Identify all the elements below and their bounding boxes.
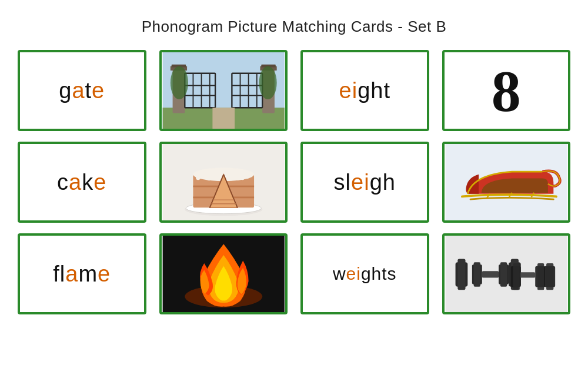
letter-a: a	[72, 78, 85, 103]
letter-i: i	[352, 78, 358, 103]
letter-t: t	[85, 78, 92, 103]
letter-a3: a	[65, 262, 78, 287]
card-gate-word: gate	[18, 50, 146, 131]
letter-ei: ei	[351, 170, 370, 195]
card-flame-image	[159, 233, 288, 314]
card-gate-image	[159, 50, 288, 131]
letter-c: c	[57, 170, 69, 195]
card-cake-image	[159, 142, 288, 223]
svg-point-21	[259, 66, 276, 100]
letter-k: k	[82, 170, 93, 195]
card-weights-word: weights	[300, 233, 429, 314]
letter-e4: e	[98, 262, 111, 287]
letter-g2: g	[358, 78, 370, 103]
svg-rect-33	[229, 170, 233, 180]
svg-rect-50	[500, 262, 506, 286]
letter-ghts: ghts	[361, 264, 397, 284]
svg-rect-59	[546, 263, 553, 290]
card-eight-number: 8	[442, 50, 571, 131]
letter-e: e	[92, 78, 105, 103]
svg-rect-31	[206, 170, 211, 180]
svg-rect-54	[513, 263, 519, 290]
letter-s: sl	[334, 170, 351, 195]
card-weights-image	[442, 233, 571, 314]
card-flame-word: flame	[18, 233, 146, 314]
letter-t2: t	[383, 78, 390, 103]
svg-rect-48	[482, 271, 498, 277]
card-eight-word: eight	[300, 50, 429, 131]
card-sleigh-word: sleigh	[300, 142, 429, 223]
svg-rect-57	[537, 263, 544, 290]
letter-w: w	[333, 264, 346, 284]
letter-m: m	[78, 262, 98, 287]
letter-g: g	[59, 78, 72, 103]
svg-rect-34	[240, 172, 245, 180]
svg-rect-22	[212, 108, 235, 129]
letter-ei2: ei	[346, 264, 361, 284]
svg-rect-30	[196, 172, 201, 180]
page-title: Phonogram Picture Matching Cards - Set B	[142, 18, 447, 36]
card-sleigh-image	[442, 142, 571, 223]
card-grid: gate	[18, 50, 570, 314]
letter-h: h	[370, 78, 383, 103]
svg-rect-47	[473, 262, 480, 286]
svg-rect-45	[457, 259, 465, 290]
letter-a2: a	[69, 170, 82, 195]
card-cake-word: cake	[18, 142, 146, 223]
letter-fl: fl	[53, 262, 65, 287]
letter-gh: gh	[370, 170, 396, 195]
svg-rect-55	[519, 272, 534, 277]
letter-e2: e	[339, 78, 352, 103]
letter-e3: e	[93, 170, 106, 195]
svg-point-20	[170, 66, 188, 100]
